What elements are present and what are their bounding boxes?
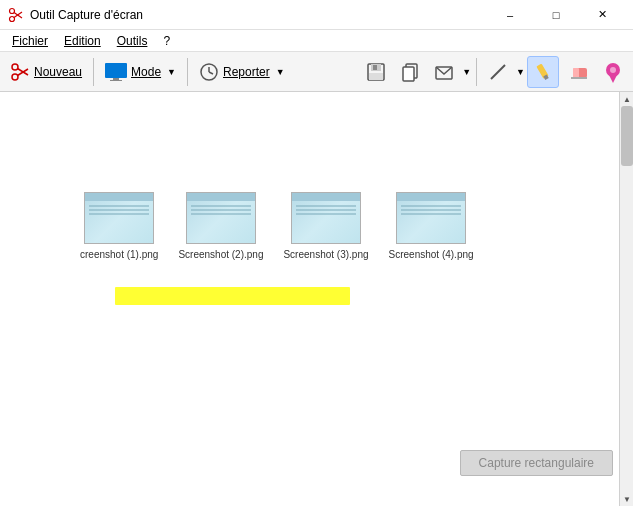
pin-icon [603,61,623,83]
eraser-icon [568,62,590,82]
svg-point-4 [12,64,18,70]
svg-point-29 [610,67,616,73]
reporter-label: Reporter [223,65,270,79]
scroll-up-arrow[interactable]: ▲ [620,92,633,106]
thumbnail-image [186,192,256,244]
minimize-button[interactable]: – [487,0,533,30]
copy-icon [400,62,420,82]
send-icon [434,62,454,82]
highlight-annotation [115,287,350,305]
svg-rect-8 [105,63,127,78]
line-button[interactable] [482,56,514,88]
menu-help[interactable]: ? [155,32,178,50]
thumbnails-area: creenshot (1).png Screenshot (2).png [80,192,474,261]
mode-icon [105,63,127,81]
send-dropdown-arrow[interactable]: ▼ [462,67,471,77]
svg-rect-19 [403,67,414,81]
maximize-button[interactable]: □ [533,0,579,30]
mode-label: Mode [131,65,161,79]
svg-rect-10 [110,80,122,81]
thumbnail-item: creenshot (1).png [80,192,158,261]
pin-button[interactable] [597,56,629,88]
line-dropdown-arrow[interactable]: ▼ [516,67,525,77]
save-icon [366,62,386,82]
nouveau-label: Nouveau [34,65,82,79]
menu-bar: Fichier Edition Outils ? [0,30,633,52]
capture-button: Capture rectangulaire [460,450,613,476]
clock-icon [199,62,219,82]
thumbnail-label: creenshot (1).png [80,248,158,261]
mode-button[interactable]: Mode ▼ [99,56,182,88]
reporter-button[interactable]: Reporter ▼ [193,56,291,88]
separator-1 [93,58,94,86]
svg-rect-17 [369,73,383,80]
toolbar: Nouveau Mode ▼ Reporter ▼ [0,52,633,92]
svg-rect-25 [573,68,579,78]
scrollbar-right[interactable]: ▲ ▼ [619,92,633,506]
scrollbar-thumb[interactable] [621,106,633,166]
thumbnail-image [396,192,466,244]
svg-line-21 [491,65,505,79]
scroll-down-arrow[interactable]: ▼ [620,492,633,506]
eraser-button[interactable] [563,56,595,88]
separator-2 [187,58,188,86]
copy-button[interactable] [394,56,426,88]
menu-fichier[interactable]: Fichier [4,32,56,50]
title-bar-left: Outil Capture d'écran [8,7,143,23]
svg-rect-9 [113,78,119,80]
thumbnail-image [84,192,154,244]
highlighter-icon [533,62,553,82]
app-icon [8,7,24,23]
main-content: creenshot (1).png Screenshot (2).png [0,92,633,506]
highlighter-button[interactable] [527,56,559,88]
mode-dropdown-arrow: ▼ [167,67,176,77]
toolbar-right: ▼ ▼ [360,56,629,88]
thumbnail-item: Screenshot (3).png [283,192,368,261]
window-title: Outil Capture d'écran [30,8,143,22]
separator-3 [476,58,477,86]
nouveau-button[interactable]: Nouveau [4,56,88,88]
svg-marker-28 [609,75,617,83]
menu-edition[interactable]: Edition [56,32,109,50]
thumbnail-image [291,192,361,244]
send-dropdown[interactable]: ▼ [428,56,471,88]
reporter-dropdown-arrow: ▼ [276,67,285,77]
close-button[interactable]: ✕ [579,0,625,30]
svg-rect-16 [373,65,377,70]
thumbnail-label: Screenshot (2).png [178,248,263,261]
menu-outils[interactable]: Outils [109,32,156,50]
thumbnail-item: Screenshot (2).png [178,192,263,261]
svg-point-1 [10,16,15,21]
send-button[interactable] [428,56,460,88]
line-icon [488,62,508,82]
svg-line-13 [209,72,213,74]
highlighter-dropdown[interactable] [527,56,561,88]
svg-point-5 [12,74,18,80]
line-dropdown[interactable]: ▼ [482,56,525,88]
svg-rect-26 [571,77,587,79]
svg-point-0 [10,8,15,13]
scissors-icon [10,62,30,82]
thumbnail-label: Screenshot (3).png [283,248,368,261]
thumbnail-item: Screenshot (4).png [389,192,474,261]
title-bar-controls: – □ ✕ [487,0,625,30]
thumbnail-label: Screenshot (4).png [389,248,474,261]
title-bar: Outil Capture d'écran – □ ✕ [0,0,633,30]
save-button[interactable] [360,56,392,88]
